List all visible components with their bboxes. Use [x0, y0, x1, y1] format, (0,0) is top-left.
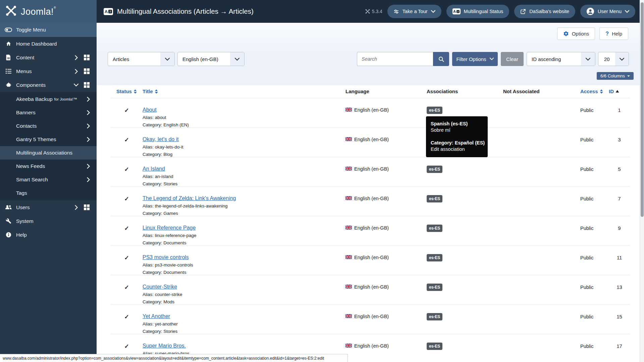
association-badge[interactable]: es-ES	[427, 313, 442, 320]
sort-select[interactable]: ID ascending	[527, 52, 595, 66]
sort-by-access[interactable]: Access	[580, 88, 603, 94]
published-check-icon[interactable]: ✓	[124, 166, 129, 173]
table-row: ✓ Okay, let's do it Alias: okay-lets-do-…	[111, 127, 630, 157]
language-label: English (en-GB)	[354, 166, 389, 172]
language-label: English (en-GB)	[354, 314, 389, 319]
user-menu-button[interactable]: User Menu	[580, 5, 635, 18]
published-check-icon[interactable]: ✓	[124, 255, 129, 261]
table-row: ✓ About Alias: about Category: English (…	[111, 98, 630, 127]
published-check-icon[interactable]: ✓	[124, 343, 129, 350]
sidebar-item-menus[interactable]: Menus	[0, 64, 97, 78]
article-category: Category: Documents	[143, 270, 345, 275]
sidebar-item-banners[interactable]: Banners	[0, 106, 97, 119]
chevron-right-icon[interactable]	[72, 205, 80, 210]
multilingual-status-button[interactable]: Az Multilingual Status	[446, 5, 509, 18]
association-badge[interactable]: es-ES	[427, 343, 442, 350]
clear-button[interactable]: Clear	[501, 52, 524, 66]
limit-select[interactable]: 20	[598, 52, 629, 66]
article-id: 3	[609, 127, 630, 157]
article-title-link[interactable]: PS3 movie controls	[143, 254, 189, 260]
help-button[interactable]: ? Help	[599, 27, 628, 40]
options-button[interactable]: Options	[557, 27, 595, 40]
chevron-right-icon	[84, 97, 93, 102]
language-label: English (en-GB)	[354, 225, 389, 231]
scrollbar-thumb[interactable]	[641, 2, 644, 217]
article-title-link[interactable]: Okay, let's do it	[143, 136, 179, 142]
sidebar-item-contacts[interactable]: Contacts	[0, 119, 97, 133]
sidebar-item-tags[interactable]: Tags	[0, 186, 97, 200]
sidebar-item-help[interactable]: Help	[0, 228, 97, 242]
toggle-menu-button[interactable]: Toggle Menu	[0, 23, 97, 37]
chevron-down-icon	[615, 52, 629, 66]
published-check-icon[interactable]: ✓	[124, 314, 129, 320]
sidebar-item-smart-search[interactable]: Smart Search	[0, 173, 97, 186]
access-level: Public	[580, 304, 609, 334]
columns-toggle-button[interactable]: 6/6 Columns	[597, 72, 634, 80]
association-badge[interactable]: es-ES	[427, 254, 442, 261]
chevron-right-icon[interactable]	[72, 55, 80, 60]
dashboard-grid-icon[interactable]	[80, 82, 93, 88]
take-a-tour-button[interactable]: Take a Tour	[387, 5, 441, 18]
sidebar-item-system[interactable]: System	[0, 214, 97, 228]
website-link-button[interactable]: DaSalba's website	[514, 5, 575, 18]
document-icon	[5, 55, 12, 60]
article-title-link[interactable]: Super Mario Bros.	[143, 343, 186, 349]
joomla-logo: Joomla!®	[0, 0, 97, 23]
dashboard-grid-icon[interactable]	[80, 204, 93, 210]
association-badge[interactable]: es-ES	[427, 284, 442, 291]
dashboard-grid-icon[interactable]	[80, 55, 93, 60]
sort-by-status[interactable]: Status	[116, 88, 137, 94]
tooltip-action: Edit association	[431, 146, 483, 153]
not-associated-cell	[503, 304, 580, 334]
not-associated-cell	[503, 275, 580, 304]
dashboard-grid-icon[interactable]	[80, 68, 93, 74]
sidebar-item-akeeba-backup[interactable]: Akeeba Backup for Joomla!™	[0, 93, 97, 106]
chevron-right-icon[interactable]	[72, 69, 80, 74]
sidebar-item-users[interactable]: Users	[0, 200, 97, 214]
sort-by-id[interactable]: ID	[609, 88, 619, 94]
article-alias: Alias: counter-strike	[143, 292, 345, 297]
search-input[interactable]	[357, 52, 433, 66]
multilingual-associations-icon: Az	[104, 8, 113, 15]
search-button[interactable]	[433, 52, 449, 66]
article-title-link[interactable]: Linux Reference Page	[143, 225, 196, 231]
article-title-link[interactable]: Counter-Strike	[143, 284, 177, 290]
article-title-link[interactable]: An Island	[143, 166, 165, 172]
sidebar-item-multilingual-associations[interactable]: Multilingual Associations	[0, 146, 97, 160]
filter-options-button[interactable]: Filter Options	[452, 52, 498, 66]
language-label: English (en-GB)	[354, 284, 389, 290]
uk-flag-icon	[345, 196, 352, 201]
itemtype-select[interactable]: Articles	[108, 52, 175, 66]
association-badge[interactable]: es-ES	[427, 195, 442, 202]
association-badge[interactable]: es-ES	[427, 225, 442, 232]
published-check-icon[interactable]: ✓	[124, 284, 129, 291]
sort-by-title[interactable]: Title	[143, 88, 158, 94]
article-alias: Alias: about	[143, 115, 345, 120]
sidebar-item-content[interactable]: Content	[0, 51, 97, 64]
language-select[interactable]: English (en-GB)	[177, 52, 245, 66]
sidebar-item-home-dashboard[interactable]: Home Dashboard	[0, 37, 97, 51]
chevron-down-icon	[581, 52, 595, 66]
association-badge[interactable]: es-ES	[427, 107, 442, 114]
access-level: Public	[580, 216, 609, 245]
article-category: Category: Blog	[143, 152, 345, 157]
chevron-down-icon[interactable]	[72, 83, 80, 86]
article-title-link[interactable]: Yet Another	[143, 313, 170, 319]
article-title-link[interactable]: The Legend of Zelda: Link's Awakening	[143, 195, 236, 201]
table-header-row: Status Title Language Associations Not A…	[111, 85, 630, 98]
sidebar-item-gantry5-themes[interactable]: Gantry 5 Themes	[0, 133, 97, 146]
association-badge[interactable]: es-ES	[427, 166, 442, 173]
page-scrollbar[interactable]	[640, 0, 644, 362]
published-check-icon[interactable]: ✓	[124, 225, 129, 232]
chevron-down-icon	[625, 10, 629, 13]
not-associated-cell	[503, 216, 580, 245]
titlebar: Az Multilingual Associations (Articles →…	[97, 0, 254, 23]
article-title-link[interactable]: About	[143, 107, 157, 113]
published-check-icon[interactable]: ✓	[124, 107, 129, 114]
published-check-icon[interactable]: ✓	[124, 196, 129, 202]
uk-flag-icon	[345, 225, 352, 231]
chevron-right-icon	[84, 110, 93, 115]
sidebar-item-components[interactable]: Components	[0, 78, 97, 92]
published-check-icon[interactable]: ✓	[124, 137, 129, 143]
sidebar-item-news-feeds[interactable]: News Feeds	[0, 160, 97, 173]
